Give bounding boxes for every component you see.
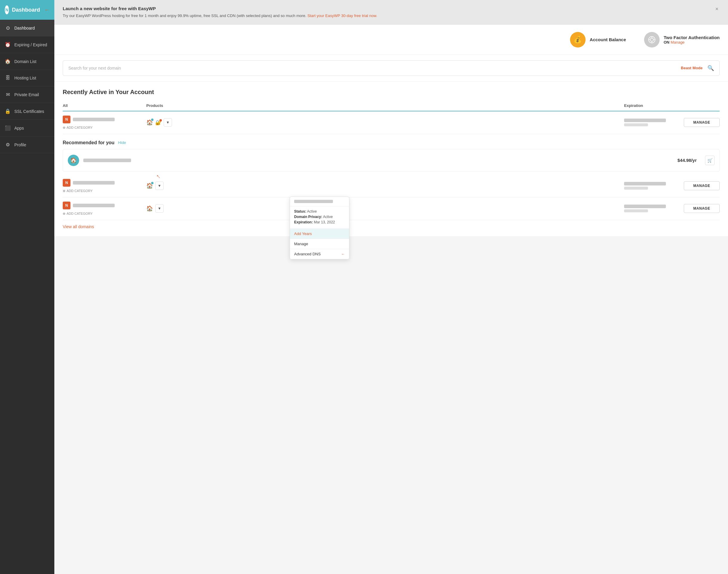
add-category-button-row2[interactable]: ⊕ ADD CATEGORY <box>63 189 146 193</box>
domain-icon-name-3: N <box>63 202 146 209</box>
add-category-label-2: ADD CATEGORY <box>67 189 93 193</box>
popup-privacy-row: Domain Privacy: Active <box>294 215 345 219</box>
sidebar-navigation: ⊙ Dashboard ⏰ Expiring / Expired 🏠 Domai… <box>0 20 54 574</box>
sidebar-item-profile[interactable]: ⚙ Profile <box>0 136 54 153</box>
namecheap-icon-3: N <box>63 202 71 209</box>
tfa-on-text: ON <box>664 40 670 44</box>
tfa-manage-link[interactable]: Manage <box>671 40 685 44</box>
product-dot <box>151 119 154 121</box>
easywp-banner: Launch a new website for free with EasyW… <box>54 0 728 25</box>
sidebar-title: Dashboard <box>12 7 40 13</box>
products-cell-row1: 🏠 🔐 ▼ <box>146 118 624 127</box>
sidebar: N Dashboard ← ⊙ Dashboard ⏰ Expiring / E… <box>0 0 54 574</box>
add-category-label-3: ADD CATEGORY <box>67 212 93 215</box>
popup-status-value: Active <box>307 209 317 213</box>
manage-button-row1[interactable]: MANAGE <box>684 118 720 127</box>
table-header: All Products Expiration <box>63 100 720 111</box>
account-balance-icon: 💰 <box>570 32 586 47</box>
domain-popup-tooltip: Status: Active Domain Privacy: Active Ex… <box>290 197 349 259</box>
products-chevron-row1[interactable]: ▼ <box>164 118 172 127</box>
search-icon[interactable]: 🔍 <box>708 65 714 71</box>
beast-mode-button[interactable]: Beast Mode <box>681 66 702 70</box>
plus-icon-3: ⊕ <box>63 212 66 216</box>
search-right: Beast Mode 🔍 <box>681 65 714 71</box>
expiry-cell-row1 <box>624 119 684 126</box>
popup-add-years[interactable]: Add Years <box>290 229 349 239</box>
rec-price: $44.98/yr <box>678 158 697 163</box>
add-to-cart-button[interactable]: 🛒 <box>705 156 715 165</box>
tfa-icon <box>644 32 659 47</box>
hosting-icon: 🗄 <box>5 75 11 81</box>
banner-title: Launch a new website for free with EasyW… <box>63 6 714 11</box>
hosting-product-icon-2: 🏠 <box>146 182 153 189</box>
tfa-label: Two Factor Authentication <box>664 35 720 40</box>
expiry-blurred-3 <box>624 205 666 208</box>
account-bar: 💰 Account Balance Two Factor Authenticat… <box>54 25 728 55</box>
apps-icon: ⬛ <box>5 125 11 131</box>
sidebar-item-label: SSL Certificates <box>14 109 44 114</box>
main-content: Launch a new website for free with EasyW… <box>54 0 728 574</box>
popup-expiry-value: Mar 13, 2022 <box>314 220 335 224</box>
domain-name-blurred-3 <box>73 204 115 207</box>
recommended-row: 🏠 $44.98/yr 🛒 <box>63 149 720 172</box>
domain-name-cell-3: N ⊕ ADD CATEGORY <box>63 202 146 216</box>
domain-icon-name: N <box>63 116 146 123</box>
sidebar-item-domain-list[interactable]: 🏠 Domain List <box>0 53 54 70</box>
popup-manage[interactable]: Manage <box>290 239 349 249</box>
products-chevron-row3[interactable]: ▼ <box>155 204 164 213</box>
recommended-title: Recommended for you <box>63 140 114 146</box>
popup-status-label: Status: <box>294 209 306 213</box>
popup-privacy-label: Domain Privacy: <box>294 215 322 219</box>
add-category-button-row1[interactable]: ⊕ ADD CATEGORY <box>63 126 146 130</box>
col-products: Products <box>146 103 624 108</box>
table-row: N ⊕ ADD CATEGORY 🏠 🔐 ▼ <box>63 111 720 134</box>
sidebar-item-label: Hosting List <box>14 76 36 80</box>
recently-active-title: Recently Active in Your Account <box>63 89 720 95</box>
popup-status-row: Status: Active <box>294 209 345 213</box>
manage-button-row3[interactable]: MANAGE <box>684 204 720 213</box>
domain-icon: 🏠 <box>5 58 11 64</box>
sidebar-item-private-email[interactable]: ✉ Private Email <box>0 86 54 103</box>
banner-link[interactable]: Start your EasyWP 30-day free trial now. <box>307 13 377 18</box>
arrow-to-advanced-dns: ← <box>341 252 345 256</box>
manage-button-row2[interactable]: MANAGE <box>684 181 720 190</box>
namecheap-icon-2: N <box>63 179 71 187</box>
ssl-icon: 🔒 <box>5 109 11 114</box>
products-chevron-row2[interactable]: ▼ <box>155 181 164 190</box>
banner-close-button[interactable]: × <box>714 6 720 12</box>
sidebar-item-label: Apps <box>14 126 24 130</box>
col-expiration: Expiration <box>624 103 684 108</box>
expiry-blurred <box>624 119 666 122</box>
popup-expiry-label: Expiration: <box>294 220 313 224</box>
arrow-indicator: ← <box>44 7 50 13</box>
domain-icon-name-2: N <box>63 179 146 187</box>
plus-icon: ⊕ <box>63 126 66 130</box>
rec-name-blurred <box>83 159 131 162</box>
popup-domain-name <box>294 200 333 203</box>
sidebar-item-apps[interactable]: ⬛ Apps <box>0 120 54 136</box>
sidebar-item-label: Dashboard <box>14 26 35 31</box>
banner-text: Try our EasyWP WordPress hosting for fre… <box>63 13 714 19</box>
expiry-blurred-2 <box>624 182 666 186</box>
popup-info: Status: Active Domain Privacy: Active Ex… <box>290 206 349 229</box>
sidebar-item-dashboard[interactable]: ⊙ Dashboard <box>0 20 54 36</box>
hide-link[interactable]: Hide <box>118 140 126 145</box>
sidebar-item-label: Profile <box>14 142 26 147</box>
popup-advanced-dns[interactable]: Advanced DNS ← <box>290 249 349 259</box>
expiring-icon: ⏰ <box>5 42 11 47</box>
namecheap-icon: N <box>63 116 71 123</box>
add-category-button-row3[interactable]: ⊕ ADD CATEGORY <box>63 212 146 216</box>
account-balance-label: Account Balance <box>590 37 626 42</box>
dashboard-content: Recently Active in Your Account All Prod… <box>54 82 728 236</box>
sidebar-item-label: Private Email <box>14 92 39 97</box>
view-all-domains-link[interactable]: View all domains <box>63 224 94 229</box>
domain-name-cell-2: N ⊕ ADD CATEGORY <box>63 179 146 193</box>
sidebar-header[interactable]: N Dashboard ← <box>0 0 54 20</box>
tfa-status: ON Manage <box>664 40 720 44</box>
col-action <box>684 103 720 108</box>
sidebar-item-ssl[interactable]: 🔒 SSL Certificates <box>0 103 54 120</box>
sidebar-item-hosting-list[interactable]: 🗄 Hosting List <box>0 70 54 86</box>
tfa-info: Two Factor Authentication ON Manage <box>664 35 720 44</box>
sidebar-item-expiring[interactable]: ⏰ Expiring / Expired <box>0 36 54 53</box>
search-placeholder[interactable]: Search for your next domain <box>69 66 681 71</box>
